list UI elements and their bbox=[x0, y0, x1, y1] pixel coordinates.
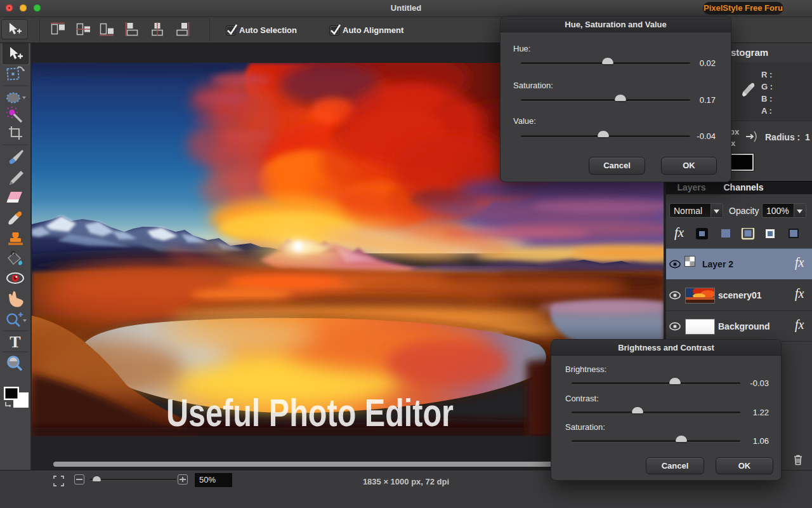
svg-text:T: T bbox=[10, 333, 20, 351]
svg-text:Useful Photo Editor: Useful Photo Editor bbox=[166, 391, 454, 434]
